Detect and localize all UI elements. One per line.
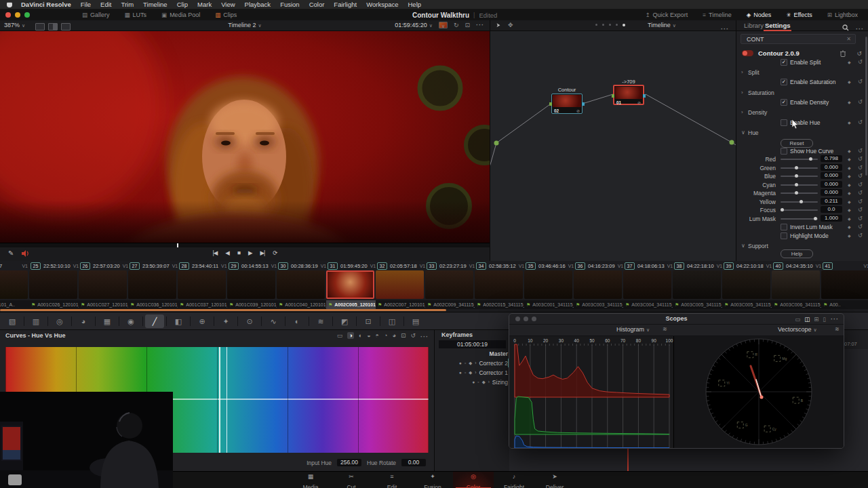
timeline-clip-thumbnail[interactable]: [227, 270, 275, 299]
clip-name[interactable]: ⚑A002C007_120101_A..: [376, 300, 425, 309]
hue-reset-button[interactable]: Reset: [781, 139, 813, 148]
quad-scope-layout-icon[interactable]: ⊞: [814, 314, 818, 325]
section-hue[interactable]: ∨Hue: [736, 129, 868, 137]
help-button[interactable]: Help: [781, 249, 813, 258]
clip-name[interactable]: ⚑_120101_A..: [0, 300, 29, 309]
input-hue-marker[interactable]: [219, 347, 220, 453]
checkbox-row-invert-lum-mask[interactable]: Invert Lum Mask◆↺: [736, 224, 868, 231]
reset-icon[interactable]: ↺: [858, 224, 863, 230]
hue-rotate-value[interactable]: 0.00: [401, 459, 426, 466]
menu-item-clip[interactable]: Clip: [172, 0, 193, 9]
chevron-right-icon[interactable]: ›: [475, 361, 476, 365]
menu-item-workspace[interactable]: Workspace: [361, 0, 403, 9]
menu-item-color[interactable]: Color: [304, 0, 330, 9]
camera-raw-icon[interactable]: ▧: [3, 314, 22, 328]
slider-value[interactable]: 0.000: [821, 189, 842, 196]
keyframe-row-master[interactable]: Master: [439, 349, 508, 358]
zoom-window-icon[interactable]: [24, 12, 30, 18]
minimize-window-icon[interactable]: [15, 12, 20, 18]
loop-button[interactable]: ⟳: [273, 249, 277, 256]
timeline-clip-thumbnail[interactable]: [79, 270, 127, 299]
go-to-end-button[interactable]: ▶|: [260, 249, 265, 256]
slider-thumb[interactable]: [800, 200, 803, 203]
keyframe-diamond-icon[interactable]: ◆: [848, 199, 851, 204]
slider-value[interactable]: 0.000: [821, 172, 842, 179]
pointer-tool-icon[interactable]: ➤: [496, 22, 500, 28]
clip-color-swatch[interactable]: [439, 22, 448, 28]
lock-icon[interactable]: ▫: [477, 380, 479, 384]
checkbox-unchecked[interactable]: [781, 224, 787, 230]
slider-thumb[interactable]: [795, 191, 798, 195]
timeline-clip-thumbnail-current[interactable]: [326, 270, 374, 299]
clip-name[interactable]: ⚑A002C015_341115_A..: [475, 300, 524, 309]
keyframe-row-corrector-1[interactable]: ●▫◆›Corrector 1: [439, 368, 508, 377]
tracker-icon[interactable]: ⊙: [240, 314, 259, 328]
section-split[interactable]: ›Split: [736, 69, 868, 77]
keyframe-diamond-icon[interactable]: ◆: [848, 165, 851, 170]
checkbox-row-highlight-mode[interactable]: Highlight Mode◆↺: [736, 232, 868, 240]
timeline-clip-thumbnail[interactable]: [376, 270, 424, 299]
titlebar-button-luts[interactable]: ▦LUTs: [117, 9, 155, 20]
slider-value[interactable]: 0.000: [821, 164, 842, 171]
reset-icon[interactable]: ↺: [858, 216, 863, 222]
slider-thumb[interactable]: [814, 217, 817, 220]
slider-track-green[interactable]: [781, 167, 818, 169]
keyframe-diamond-icon[interactable]: ◆: [848, 224, 851, 229]
slider-value[interactable]: 0.0: [821, 206, 842, 213]
menu-item-edit[interactable]: Edit: [96, 0, 116, 9]
bypass-icon[interactable]: ⊘: [637, 100, 641, 105]
clip-name[interactable]: ⚑A001C027_120101_A..: [79, 300, 128, 309]
reset-icon[interactable]: ↺: [858, 182, 863, 188]
checkbox-checked[interactable]: ✓: [781, 99, 787, 106]
reset-icon[interactable]: ↺: [858, 232, 863, 239]
clip-name[interactable]: ⚑A003C005_341115_A..: [673, 300, 722, 309]
reset-icon[interactable]: ↺: [858, 165, 863, 171]
full-scope-layout-icon[interactable]: ▯: [823, 314, 826, 325]
titlebar-button-gallery[interactable]: ▤Gallery: [75, 9, 117, 20]
checkbox-checked[interactable]: ✓: [781, 79, 787, 85]
chevron-right-icon[interactable]: ›: [475, 370, 476, 375]
panel-toggle-a-icon[interactable]: ◫: [382, 314, 401, 328]
slider-thumb[interactable]: [809, 157, 812, 161]
stop-button[interactable]: ■: [237, 249, 240, 256]
keyframe-row-sizing[interactable]: ●▫◆›Sizing: [439, 378, 508, 386]
timeline-clip-thumbnail[interactable]: [0, 270, 28, 299]
clip-name[interactable]: ⚑A002C009_341115_A..: [425, 300, 475, 309]
sizing-icon[interactable]: ⊡: [359, 314, 378, 328]
keyframe-diamond-icon[interactable]: ◆: [469, 361, 472, 366]
bypass-icon[interactable]: ⊘: [576, 108, 580, 113]
reset-icon[interactable]: ↺: [858, 156, 863, 162]
keyframe-diamond-icon[interactable]: ◆: [848, 60, 851, 64]
timeline-scrollbar[interactable]: [0, 309, 446, 311]
effects-search-box[interactable]: ✕: [741, 34, 856, 44]
checkbox-row-enable-split[interactable]: ✓Enable Split◆↺: [736, 59, 868, 66]
menu-item-fairlight[interactable]: Fairlight: [329, 0, 361, 9]
slider-track-cyan[interactable]: [781, 184, 818, 186]
slider-value[interactable]: 0.000: [821, 181, 842, 188]
keyframe-diamond-icon[interactable]: ◆: [848, 79, 851, 84]
reset-icon[interactable]: ↺: [410, 332, 416, 339]
source-node-dot[interactable]: [494, 141, 499, 146]
magic-mask-icon[interactable]: ✦: [216, 314, 235, 328]
key-icon[interactable]: ◐: [288, 314, 307, 328]
slider-track-yellow[interactable]: [781, 201, 818, 203]
slider-track-focus[interactable]: [781, 209, 818, 211]
page-tab-fairlight[interactable]: ♪Fairlight: [494, 472, 534, 488]
timeline-clip-thumbnail[interactable]: [821, 270, 868, 299]
expand-icon[interactable]: ⊡: [401, 332, 406, 339]
timeline-clip-thumbnail[interactable]: [673, 270, 721, 299]
titlebar-button-effects[interactable]: ✳Effects: [778, 9, 819, 20]
clip-name[interactable]: ⚑A003C001_341115_A..: [524, 300, 574, 309]
viewer-timecode[interactable]: 01:59:45:20: [395, 22, 433, 28]
section-saturation[interactable]: ›Saturation: [736, 89, 868, 97]
clip-name[interactable]: ⚑A003C003_341115_A..: [574, 300, 623, 309]
clip-name[interactable]: ⚑A001C037_120101_A..: [178, 300, 227, 309]
inspector-scrollbar[interactable]: [865, 37, 867, 176]
enable-dot-icon[interactable]: ●: [459, 361, 462, 365]
slider-track-red[interactable]: [781, 159, 818, 160]
slider-value[interactable]: 0.211: [821, 198, 842, 205]
titlebar-button-clips[interactable]: ▥Clips: [208, 9, 244, 20]
page-tab-color[interactable]: ◎Color: [453, 472, 494, 488]
slider-track-magenta[interactable]: [781, 192, 818, 194]
clip-name[interactable]: ⚑A00..: [821, 300, 868, 309]
